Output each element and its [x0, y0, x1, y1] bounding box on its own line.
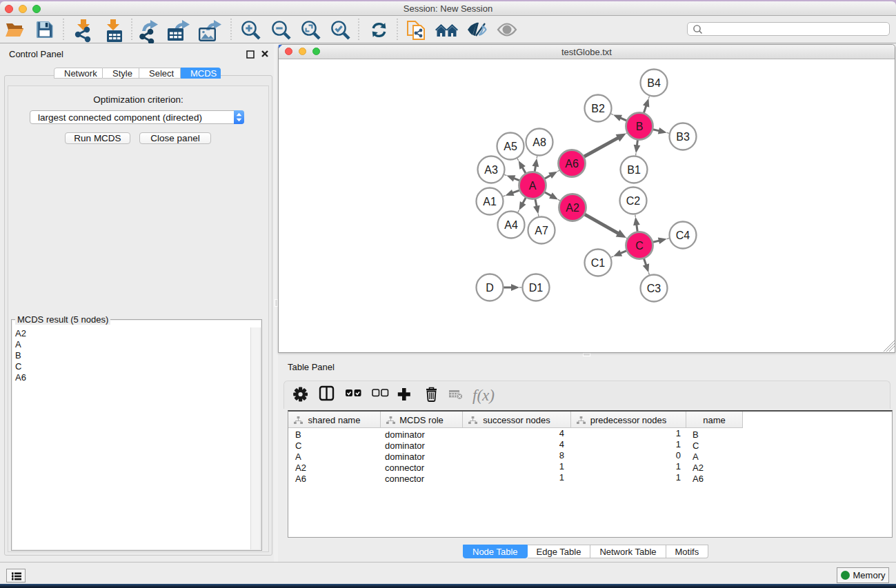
svg-text:B4: B4: [647, 77, 661, 89]
svg-text:C2: C2: [626, 195, 641, 207]
svg-text:C: C: [635, 240, 644, 252]
svg-text:C1: C1: [591, 257, 606, 269]
svg-text:B3: B3: [676, 131, 690, 143]
svg-text:A7: A7: [535, 225, 548, 236]
svg-text:C4: C4: [676, 230, 690, 241]
svg-text:A8: A8: [532, 136, 546, 148]
svg-text:A1: A1: [483, 196, 497, 207]
svg-text:B2: B2: [591, 103, 605, 114]
svg-text:A3: A3: [484, 164, 498, 176]
svg-text:A5: A5: [504, 141, 517, 152]
svg-text:A: A: [529, 180, 537, 192]
svg-text:A6: A6: [565, 158, 579, 170]
svg-text:C3: C3: [647, 283, 661, 294]
svg-text:B1: B1: [627, 164, 641, 176]
svg-text:A2: A2: [566, 202, 579, 214]
svg-text:D: D: [486, 282, 494, 294]
svg-text:B: B: [636, 121, 644, 132]
svg-text:f(x): f(x): [472, 387, 495, 404]
svg-text:A4: A4: [504, 219, 518, 231]
svg-text:D1: D1: [529, 282, 544, 294]
